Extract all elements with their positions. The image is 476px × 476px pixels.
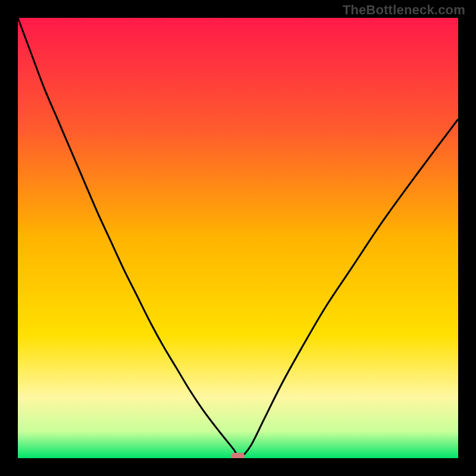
chart-frame: TheBottleneck.com [0,0,476,476]
optimum-marker [231,453,245,458]
chart-svg [18,18,458,458]
gradient-background [18,18,458,458]
plot-area [18,18,458,458]
watermark-text: TheBottleneck.com [343,2,465,18]
